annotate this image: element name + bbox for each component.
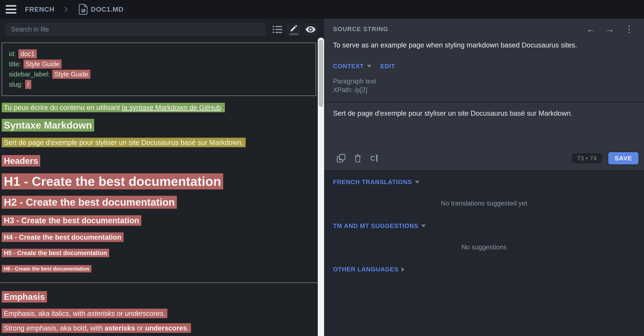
edit-context-button[interactable]: EDIT (380, 63, 395, 70)
paragraph: Emphasis, aka italics, with asterisks or… (2, 309, 316, 318)
translation-panel: SOURCE STRING ← → ⋮ To serve as an examp… (324, 19, 644, 336)
text-segment: Strong emphasis, aka bold, with (4, 324, 105, 332)
frontmatter-block: id:doc1 title:Style Guide sidebar_label:… (2, 43, 316, 96)
heading-3: H3 - Create the best documentation (2, 216, 316, 225)
frontmatter-line: slug:/ (9, 79, 309, 90)
translations-section-label: FRENCH TRANSLATIONS (333, 179, 412, 186)
heading-2: Emphasis (2, 292, 316, 302)
strings-list-button[interactable] (271, 23, 284, 36)
text-segment: Emphasis, aka italics, with (4, 309, 87, 317)
markdown-file-icon: M↓ (78, 4, 88, 15)
text-selection-icon (370, 153, 380, 163)
selected-string[interactable]: Sert de page d'exemple pour styliser un … (2, 138, 246, 147)
source-string[interactable]: H2 - Create the best documentation (2, 196, 177, 209)
text-segment: or (115, 309, 125, 317)
source-string[interactable]: H4 - Create the best documentation (2, 232, 124, 242)
pencil-underline (290, 33, 298, 35)
source-string-section: SOURCE STRING ← → ⋮ To serve as an examp… (324, 19, 644, 102)
italic-segment: underscores (125, 309, 163, 317)
source-header: SOURCE STRING ← → ⋮ (333, 19, 635, 39)
frontmatter-key: slug: (9, 81, 23, 88)
source-string[interactable]: doc1 (18, 49, 37, 59)
other-languages-section-header[interactable]: OTHER LANGUAGES (333, 266, 635, 273)
source-string[interactable]: Headers (2, 155, 40, 166)
chevron-down-icon (415, 181, 420, 184)
frontmatter-key: title: (9, 60, 21, 68)
chevron-right-icon (402, 267, 404, 272)
translations-empty-message: No translations suggested yet (333, 200, 635, 207)
select-text-button[interactable] (370, 153, 380, 163)
scrollbar-track[interactable] (318, 38, 324, 336)
context-info: Paragraph text XPath: /p[2] (333, 77, 635, 94)
markdown-badge-text: M↓ (82, 9, 85, 12)
delete-translation-button[interactable] (353, 153, 362, 163)
copy-source-button[interactable] (336, 153, 346, 163)
source-string[interactable]: H5 - Create the best documentation (2, 249, 109, 257)
search-row (0, 19, 318, 36)
markdown-link[interactable]: la syntaxe Markdown de GitHub (122, 104, 221, 111)
text-segment: . (163, 309, 165, 317)
other-languages-label: OTHER LANGUAGES (333, 266, 398, 273)
context-row: CONTEXT EDIT (333, 63, 635, 70)
character-counter: 73 • 74 (572, 153, 602, 163)
translations-section-header[interactable]: FRENCH TRANSLATIONS (333, 179, 635, 186)
search-input[interactable] (5, 23, 266, 36)
paragraph: Tu peux écrire du contenu en utilisant l… (2, 103, 316, 112)
preview-mode-button[interactable] (304, 23, 317, 36)
scrollbar-thumb[interactable] (318, 40, 323, 107)
italic-segment: asterisks (87, 309, 115, 317)
previous-string-button[interactable]: ← (586, 24, 596, 34)
heading-1: H1 - Create the best documentation (2, 174, 316, 189)
source-string[interactable]: Style Guide (52, 70, 90, 79)
more-options-icon[interactable]: ⋮ (623, 24, 635, 34)
document-preview: id:doc1 title:Style Guide sidebar_label:… (0, 43, 318, 332)
tm-empty-message: No suggestions (333, 243, 635, 251)
tm-section-header[interactable]: TM AND MT SUGGESTIONS (333, 222, 635, 229)
menu-icon[interactable] (6, 5, 16, 14)
source-string[interactable]: Emphasis, aka italics, with asterisks or… (2, 309, 167, 318)
app-window: FRENCH M↓ DOC1.MD (0, 0, 644, 336)
breadcrumb-file[interactable]: DOC1.MD (91, 6, 124, 13)
source-string[interactable]: / (25, 80, 31, 89)
source-string[interactable]: H3 - Create the best documentation (2, 215, 141, 226)
breadcrumb-chevron-icon (62, 5, 70, 14)
translated-string[interactable]: Syntaxe Markdown (2, 119, 94, 131)
eye-icon (305, 24, 316, 35)
source-string[interactable]: H1 - Create the best documentation (2, 173, 223, 189)
frontmatter-key: sidebar_label: (9, 71, 50, 78)
top-bar: FRENCH M↓ DOC1.MD (0, 0, 644, 19)
context-toggle[interactable]: CONTEXT (333, 63, 364, 70)
paragraph: Sert de page d'exemple pour styliser un … (2, 138, 316, 147)
bold-segment: underscores (145, 324, 187, 332)
heading-1: Syntaxe Markdown (2, 119, 316, 131)
text-segment: . (221, 104, 223, 111)
highlight-mode-button[interactable] (287, 23, 300, 36)
chevron-down-icon[interactable] (367, 65, 372, 68)
frontmatter-line: sidebar_label:Style Guide (9, 69, 309, 79)
source-string[interactable]: Style Guide (24, 60, 62, 69)
source-string[interactable]: Emphasis (2, 291, 47, 302)
text-segment: Tu peux écrire du contenu en utilisant (4, 104, 122, 111)
source-string[interactable]: Strong emphasis, aka bold, with asterisk… (2, 323, 191, 333)
source-string-label: SOURCE STRING (333, 26, 388, 33)
tm-section-label: TM AND MT SUGGESTIONS (333, 222, 418, 229)
save-button[interactable]: SAVE (608, 152, 638, 164)
text-segment: . (187, 324, 189, 332)
translation-input[interactable]: Sert de page d'exemple pour styliser un … (333, 109, 635, 143)
translated-string[interactable]: Tu peux écrire du contenu en utilisant l… (2, 103, 225, 112)
translation-toolbar: 73 • 74 SAVE (324, 149, 644, 170)
heading-5: H5 - Create the best documentation (2, 250, 316, 257)
source-string[interactable]: H6 - Create the best documentation (2, 265, 92, 272)
frontmatter-line: title:Style Guide (9, 59, 309, 69)
scrollbar-column (318, 19, 324, 336)
file-preview-panel: id:doc1 title:Style Guide sidebar_label:… (0, 19, 318, 336)
heading-2: H2 - Create the best documentation (2, 196, 316, 208)
heading-2: Headers (2, 156, 316, 166)
frontmatter-key: id: (9, 50, 16, 58)
chevron-down-icon (421, 225, 426, 227)
context-xpath: XPath: /p[2] (333, 86, 635, 94)
heading-6: H6 - Create the best documentation (2, 266, 316, 272)
header-actions: ← → ⋮ (586, 24, 635, 34)
next-string-button[interactable]: → (605, 24, 614, 34)
breadcrumb-project[interactable]: FRENCH (25, 6, 54, 13)
